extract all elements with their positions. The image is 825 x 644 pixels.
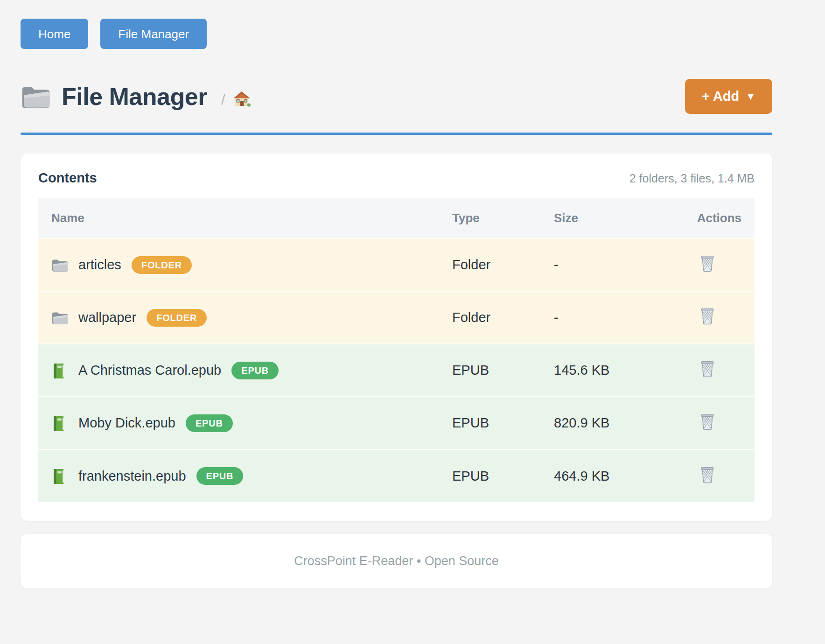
actions-cell	[672, 397, 755, 449]
type-cell: EPUB	[439, 449, 541, 502]
delete-button[interactable]	[699, 307, 715, 325]
footer-text: CrossPoint E-Reader • Open Source	[294, 554, 499, 568]
delete-button[interactable]	[699, 465, 715, 484]
breadcrumb: /	[221, 90, 251, 110]
nav-home-button[interactable]: Home	[21, 19, 88, 49]
actions-cell	[672, 449, 755, 502]
nav-file-manager-button[interactable]: File Manager	[100, 19, 207, 49]
file-name[interactable]: frankenstein.epub	[78, 469, 186, 484]
page-title: File Manager	[62, 83, 207, 111]
column-header-name: Name	[38, 198, 439, 238]
green-book-icon	[51, 469, 68, 483]
table-row[interactable]: A Christmas Carol.epub EPUB EPUB 145.6 K…	[38, 344, 755, 397]
green-book-icon	[51, 363, 68, 378]
add-button-label: + Add	[702, 89, 739, 104]
name-cell: frankenstein.epub EPUB	[38, 449, 439, 502]
column-header-size: Size	[541, 198, 672, 238]
size-cell: -	[541, 291, 672, 344]
header-divider	[21, 133, 772, 135]
type-cell: EPUB	[439, 344, 541, 397]
chevron-down-icon: ▼	[746, 91, 755, 102]
delete-button[interactable]	[699, 254, 715, 273]
type-cell: EPUB	[439, 397, 541, 449]
name-cell: Moby Dick.epub EPUB	[38, 397, 439, 449]
size-cell: -	[541, 238, 672, 291]
actions-cell	[672, 291, 755, 344]
table-row[interactable]: frankenstein.epub EPUB EPUB 464.9 KB	[38, 449, 755, 502]
table-row[interactable]: Moby Dick.epub EPUB EPUB 820.9 KB	[38, 397, 755, 449]
column-header-actions: Actions	[672, 198, 755, 238]
trash-icon	[699, 320, 715, 327]
actions-cell	[672, 344, 755, 397]
green-book-icon	[51, 416, 68, 431]
folder-icon	[51, 310, 68, 325]
table-row[interactable]: wallpaper FOLDER Folder -	[38, 291, 755, 344]
trash-icon	[699, 267, 715, 274]
column-header-type: Type	[439, 198, 541, 238]
name-cell: A Christmas Carol.epub EPUB	[38, 344, 439, 397]
footer: CrossPoint E-Reader • Open Source	[21, 534, 772, 588]
delete-button[interactable]	[699, 359, 715, 378]
file-name[interactable]: A Christmas Carol.epub	[78, 363, 221, 378]
add-button[interactable]: + Add ▼	[685, 79, 772, 114]
contents-card: Contents 2 folders, 3 files, 1.4 MB Name…	[21, 154, 772, 521]
file-type-badge: EPUB	[186, 414, 233, 432]
trash-icon	[699, 372, 715, 379]
folder-icon	[51, 258, 68, 273]
table-header-row: Name Type Size Actions	[38, 198, 755, 238]
breadcrumb-separator: /	[221, 91, 225, 108]
file-name[interactable]: articles	[78, 257, 121, 273]
size-cell: 145.6 KB	[541, 344, 672, 397]
file-name[interactable]: Moby Dick.epub	[78, 415, 175, 431]
file-manager-page: Home File Manager File Manager /	[0, 0, 825, 621]
trash-icon	[699, 478, 715, 485]
page-header: File Manager / + Add ▼	[21, 79, 772, 114]
contents-table: Name Type Size Actions	[38, 198, 755, 502]
contents-summary: 2 folders, 3 files, 1.4 MB	[629, 172, 755, 185]
contents-title: Contents	[38, 170, 97, 186]
name-cell: articles FOLDER	[38, 238, 439, 291]
name-cell: wallpaper FOLDER	[38, 291, 439, 344]
file-type-badge: FOLDER	[132, 256, 192, 274]
file-name[interactable]: wallpaper	[78, 310, 136, 325]
file-type-badge: EPUB	[196, 467, 244, 485]
type-cell: Folder	[439, 291, 541, 344]
table-body: articles FOLDER Folder -	[38, 238, 755, 502]
table-row[interactable]: articles FOLDER Folder -	[38, 238, 755, 291]
delete-button[interactable]	[699, 412, 715, 431]
trash-icon	[699, 425, 715, 432]
house-icon[interactable]	[233, 90, 251, 110]
actions-cell	[672, 238, 755, 291]
size-cell: 464.9 KB	[541, 449, 672, 502]
page-title-group: File Manager /	[21, 83, 251, 111]
folder-icon	[21, 84, 50, 109]
top-nav: Home File Manager	[21, 19, 772, 49]
contents-header: Contents 2 folders, 3 files, 1.4 MB	[38, 170, 755, 186]
type-cell: Folder	[439, 238, 541, 291]
file-type-badge: EPUB	[231, 362, 279, 379]
file-type-badge: FOLDER	[147, 309, 207, 327]
size-cell: 820.9 KB	[541, 397, 672, 449]
